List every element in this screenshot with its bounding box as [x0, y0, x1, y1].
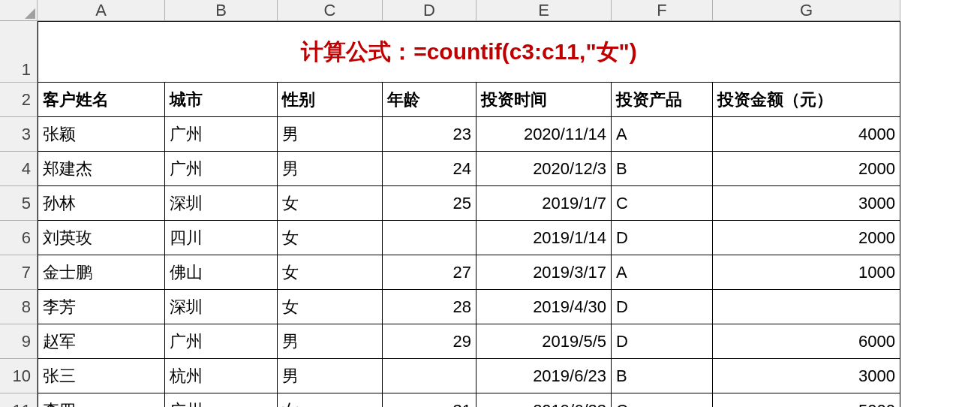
cell-city[interactable]: 杭州	[165, 359, 278, 393]
cell-name[interactable]: 刘英玫	[38, 221, 165, 255]
cell-name[interactable]: 赵军	[38, 324, 165, 359]
cell-date[interactable]: 2019/4/30	[476, 290, 612, 324]
cell-gender[interactable]: 女	[278, 221, 383, 255]
cell-name[interactable]: 李芳	[38, 290, 165, 324]
cell-date[interactable]: 2019/1/14	[476, 221, 612, 255]
cell-city[interactable]: 广州	[165, 324, 278, 359]
cell-gender[interactable]: 男	[278, 324, 383, 359]
cell-product[interactable]: A	[612, 117, 713, 152]
cell-amount[interactable]: 3000	[713, 359, 900, 393]
cell-age[interactable]	[383, 221, 476, 255]
cell-age[interactable]: 29	[383, 324, 476, 359]
cell-name[interactable]: 郑建杰	[38, 152, 165, 186]
cell-age[interactable]: 25	[383, 186, 476, 221]
cell-city[interactable]: 深圳	[165, 186, 278, 221]
cell-date[interactable]: 2019/6/23	[476, 393, 612, 407]
cell-name[interactable]: 孙林	[38, 186, 165, 221]
header-age[interactable]: 年龄	[383, 83, 476, 117]
cell-age[interactable]: 28	[383, 290, 476, 324]
cell-amount[interactable]: 2000	[713, 152, 900, 186]
formula-title-cell[interactable]: 计算公式：=countif(c3:c11,"女")	[38, 21, 900, 83]
cell-name[interactable]: 张三	[38, 359, 165, 393]
cell-amount[interactable]: 1000	[713, 255, 900, 290]
cell-gender[interactable]: 男	[278, 152, 383, 186]
row-header[interactable]: 5	[0, 186, 38, 221]
cell-product[interactable]: D	[612, 290, 713, 324]
cell-product[interactable]: C	[612, 186, 713, 221]
cell-age[interactable]	[383, 359, 476, 393]
cell-date[interactable]: 2019/6/23	[476, 359, 612, 393]
cell-gender[interactable]: 女	[278, 290, 383, 324]
cell-amount[interactable]	[713, 290, 900, 324]
cell-city[interactable]: 广州	[165, 117, 278, 152]
cell-product[interactable]: B	[612, 359, 713, 393]
cell-product[interactable]: D	[612, 324, 713, 359]
header-gender[interactable]: 性别	[278, 83, 383, 117]
spreadsheet-grid[interactable]: A B C D E F G 1 计算公式：=countif(c3:c11,"女"…	[0, 0, 980, 407]
cell-amount[interactable]: 5000	[713, 393, 900, 407]
cell-gender[interactable]: 男	[278, 117, 383, 152]
select-all-corner[interactable]	[0, 0, 38, 21]
cell-amount[interactable]: 6000	[713, 324, 900, 359]
cell-name[interactable]: 李四	[38, 393, 165, 407]
cell-age[interactable]: 24	[383, 152, 476, 186]
cell-amount[interactable]: 2000	[713, 221, 900, 255]
cell-gender[interactable]: 女	[278, 255, 383, 290]
row-header[interactable]: 4	[0, 152, 38, 186]
row-header[interactable]: 11	[0, 393, 38, 407]
header-city[interactable]: 城市	[165, 83, 278, 117]
cell-age[interactable]: 23	[383, 117, 476, 152]
cell-age[interactable]: 27	[383, 255, 476, 290]
row-header-1[interactable]: 1	[0, 21, 38, 83]
row-header[interactable]: 7	[0, 255, 38, 290]
cell-gender[interactable]: 女	[278, 186, 383, 221]
cell-city[interactable]: 广州	[165, 152, 278, 186]
cell-product[interactable]: A	[612, 255, 713, 290]
col-header-C[interactable]: C	[278, 0, 383, 21]
col-header-B[interactable]: B	[165, 0, 278, 21]
cell-date[interactable]: 2020/12/3	[476, 152, 612, 186]
cell-city[interactable]: 四川	[165, 221, 278, 255]
row-header[interactable]: 6	[0, 221, 38, 255]
row-header-2[interactable]: 2	[0, 83, 38, 117]
cell-age[interactable]: 31	[383, 393, 476, 407]
row-header[interactable]: 8	[0, 290, 38, 324]
cell-date[interactable]: 2019/3/17	[476, 255, 612, 290]
header-name[interactable]: 客户姓名	[38, 83, 165, 117]
cell-date[interactable]: 2019/5/5	[476, 324, 612, 359]
cell-gender[interactable]: 男	[278, 359, 383, 393]
cell-product[interactable]: C	[612, 393, 713, 407]
cell-name[interactable]: 金士鹏	[38, 255, 165, 290]
col-header-G[interactable]: G	[713, 0, 900, 21]
header-date[interactable]: 投资时间	[476, 83, 612, 117]
row-header[interactable]: 3	[0, 117, 38, 152]
cell-gender[interactable]: 女	[278, 393, 383, 407]
header-product[interactable]: 投资产品	[612, 83, 713, 117]
cell-product[interactable]: D	[612, 221, 713, 255]
col-header-A[interactable]: A	[38, 0, 165, 21]
cell-city[interactable]: 深圳	[165, 290, 278, 324]
cell-city[interactable]: 广州	[165, 393, 278, 407]
cell-amount[interactable]: 3000	[713, 186, 900, 221]
row-header[interactable]: 9	[0, 324, 38, 359]
cell-name[interactable]: 张颖	[38, 117, 165, 152]
cell-product[interactable]: B	[612, 152, 713, 186]
cell-amount[interactable]: 4000	[713, 117, 900, 152]
row-header[interactable]: 10	[0, 359, 38, 393]
cell-date[interactable]: 2020/11/14	[476, 117, 612, 152]
col-header-F[interactable]: F	[612, 0, 713, 21]
cell-date[interactable]: 2019/1/7	[476, 186, 612, 221]
col-header-E[interactable]: E	[476, 0, 612, 21]
cell-city[interactable]: 佛山	[165, 255, 278, 290]
header-amount[interactable]: 投资金额（元）	[713, 83, 900, 117]
col-header-D[interactable]: D	[383, 0, 476, 21]
